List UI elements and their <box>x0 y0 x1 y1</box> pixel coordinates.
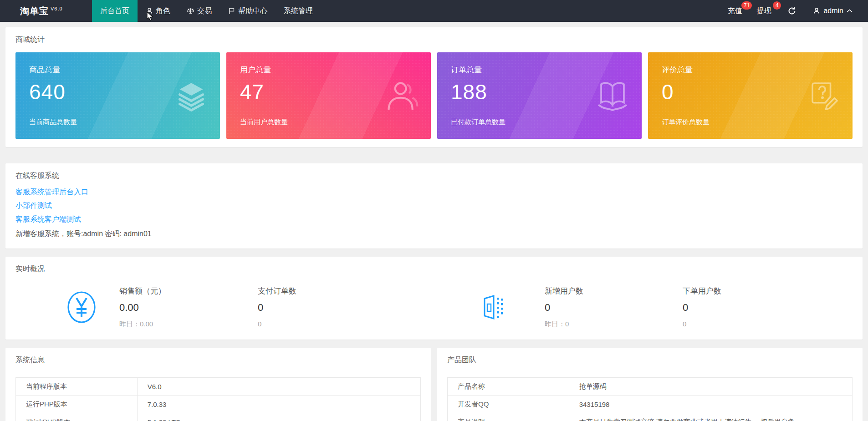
table-row: 运行PHP版本 7.0.33 <box>16 396 421 413</box>
brand-version: V6.0 <box>51 6 63 11</box>
nav-item-label: 后台首页 <box>100 6 129 16</box>
stat-cards: 商品总量 640 当前商品总数量 用户总量 47 当前用户总数量 <box>15 52 853 139</box>
panel-title: 商城统计 <box>15 35 853 45</box>
recharge-button[interactable]: 充值 71 <box>720 0 749 22</box>
row-label: 当前程序版本 <box>16 378 138 396</box>
stat-label: 支付订单数 <box>258 286 296 296</box>
row-value: V6.0 <box>137 378 420 396</box>
row-label: 产品说明 <box>448 413 569 421</box>
stat-yesterday: 昨日：0.00 <box>119 320 166 329</box>
new-users-stat: 新增用户数 0 昨日：0 <box>545 286 583 329</box>
note-question-icon <box>808 79 841 112</box>
recharge-label: 充值 <box>727 6 742 16</box>
nav-item-roles[interactable]: 角色 <box>138 0 179 22</box>
mall-stats-panel: 商城统计 商品总量 640 当前商品总数量 用户总量 47 当前 <box>5 27 863 147</box>
nav-item-trade[interactable]: 交易 <box>179 0 220 22</box>
person-icon <box>384 78 419 113</box>
row-value: 34315198 <box>569 396 852 413</box>
building-icon <box>481 293 509 321</box>
panel-title: 系统信息 <box>15 355 421 365</box>
stat-label: 商品总量 <box>29 65 206 75</box>
ordering-users-stat: 下单用户数 0 0 <box>683 286 721 328</box>
online-service-panel: 在线客服系统 客服系统管理后台入口 小部件测试 客服系统客户端测试 新增客服系统… <box>5 163 863 249</box>
stat-card-reviews: 评价总量 0 订单评价总数量 <box>648 52 853 139</box>
row-label: 运行PHP版本 <box>16 396 138 413</box>
service-links: 客服系统管理后台入口 小部件测试 客服系统客户端测试 <box>15 187 853 225</box>
table-row: 当前程序版本 V6.0 <box>16 378 421 396</box>
table-row: 产品名称 抢单源码 <box>448 378 853 396</box>
open-book-icon <box>595 80 630 112</box>
flag-icon <box>228 7 235 15</box>
panel-title: 产品团队 <box>447 355 853 365</box>
row-label: 产品名称 <box>448 378 569 396</box>
service-credentials-note: 新增客服系统，账号:admin 密码: admin01 <box>15 228 853 239</box>
row-value: 7.0.33 <box>137 396 420 413</box>
panel-title: 在线客服系统 <box>15 171 853 181</box>
stat-yesterday: 0 <box>683 320 721 328</box>
stat-value: 0 <box>258 302 296 314</box>
stat-label: 用户总量 <box>240 65 417 75</box>
stat-card-users: 用户总量 47 当前用户总数量 <box>226 52 431 139</box>
system-info-panel: 系统信息 当前程序版本 V6.0 运行PHP版本 7.0.33 ThinkPHP… <box>5 348 431 421</box>
stat-label: 新增用户数 <box>545 286 583 296</box>
stat-sublabel: 订单评价总数量 <box>662 118 839 127</box>
stat-card-products: 商品总量 640 当前商品总数量 <box>15 52 220 139</box>
username: admin <box>823 7 843 15</box>
withdraw-button[interactable]: 提现 4 <box>749 0 778 22</box>
row-value: 抢单源码 <box>569 378 852 396</box>
nav-item-label: 交易 <box>197 6 212 16</box>
user-menu[interactable]: admin <box>806 0 855 22</box>
stat-sublabel: 当前用户总数量 <box>240 118 417 127</box>
table-row: ThinkPHP版本 5.1.38 LTS <box>16 413 421 421</box>
widget-test-link[interactable]: 小部件测试 <box>15 200 52 211</box>
stat-value: 0 <box>683 302 721 314</box>
yen-circle-icon <box>66 290 97 324</box>
client-test-link[interactable]: 客服系统客户端测试 <box>15 214 81 225</box>
product-team-panel: 产品团队 产品名称 抢单源码 开发者QQ 34315198 产品说明 本产品只为… <box>437 348 863 421</box>
chevron-up-icon <box>847 9 853 13</box>
main-menu: 后台首页 角色 交易 <box>92 0 321 22</box>
stat-value: 0.00 <box>119 302 166 314</box>
row-value: 本产品只为学习测试交流,请勿要做商业或者用于违法行为,一切后果自负 <box>569 413 852 421</box>
layers-icon <box>174 79 208 112</box>
table-row: 开发者QQ 34315198 <box>448 396 853 413</box>
nav-item-label: 帮助中心 <box>238 6 267 16</box>
stat-value: 0 <box>545 302 583 314</box>
row-label: 开发者QQ <box>448 396 569 413</box>
stat-card-orders: 订单总量 188 已付款订单总数量 <box>437 52 642 139</box>
table-row: 产品说明 本产品只为学习测试交流,请勿要做商业或者用于违法行为,一切后果自负 <box>448 413 853 421</box>
stat-label: 销售额（元） <box>119 286 166 296</box>
realtime-stats-row: 销售额（元） 0.00 昨日：0.00 支付订单数 0 0 <box>5 283 863 331</box>
navbar-right: 充值 71 提现 4 admin <box>720 0 868 22</box>
realtime-panel: 实时概况 销售额（元） 0.00 昨日：0.00 支付订单数 0 0 <box>5 257 863 340</box>
sales-stat: 销售额（元） 0.00 昨日：0.00 <box>119 286 166 329</box>
top-navbar: 淘单宝 V6.0 后台首页 角色 交易 <box>0 0 868 22</box>
nav-item-home[interactable]: 后台首页 <box>92 0 138 22</box>
refresh-icon <box>787 6 797 15</box>
stat-label: 订单总量 <box>451 65 628 75</box>
stat-sublabel: 已付款订单总数量 <box>451 118 628 127</box>
bottom-panels: 系统信息 当前程序版本 V6.0 运行PHP版本 7.0.33 ThinkPHP… <box>5 348 863 421</box>
withdraw-label: 提现 <box>756 6 771 16</box>
stat-label: 下单用户数 <box>683 286 721 296</box>
brand-logo: 淘单宝 V6.0 <box>0 0 92 22</box>
row-label: ThinkPHP版本 <box>16 413 138 421</box>
paid-orders-stat: 支付订单数 0 0 <box>258 286 296 328</box>
product-team-table: 产品名称 抢单源码 开发者QQ 34315198 产品说明 本产品只为学习测试交… <box>447 377 853 421</box>
brand-name: 淘单宝 <box>20 5 49 17</box>
stat-label: 评价总量 <box>662 65 839 75</box>
nav-item-help[interactable]: 帮助中心 <box>220 0 276 22</box>
nav-item-label: 系统管理 <box>284 6 313 16</box>
panel-title: 实时概况 <box>15 264 853 274</box>
service-admin-link[interactable]: 客服系统管理后台入口 <box>15 187 88 198</box>
stat-yesterday: 昨日：0 <box>545 320 583 329</box>
refresh-button[interactable] <box>778 0 806 22</box>
nav-item-system[interactable]: 系统管理 <box>276 0 321 22</box>
user-icon <box>146 7 153 15</box>
system-info-table: 当前程序版本 V6.0 运行PHP版本 7.0.33 ThinkPHP版本 5.… <box>15 377 421 421</box>
scales-icon <box>187 7 194 15</box>
row-value: 5.1.38 LTS <box>137 413 420 421</box>
main-content: 商城统计 商品总量 640 当前商品总数量 用户总量 47 当前 <box>0 22 868 421</box>
user-avatar-icon <box>813 7 820 15</box>
nav-item-label: 角色 <box>156 6 170 16</box>
